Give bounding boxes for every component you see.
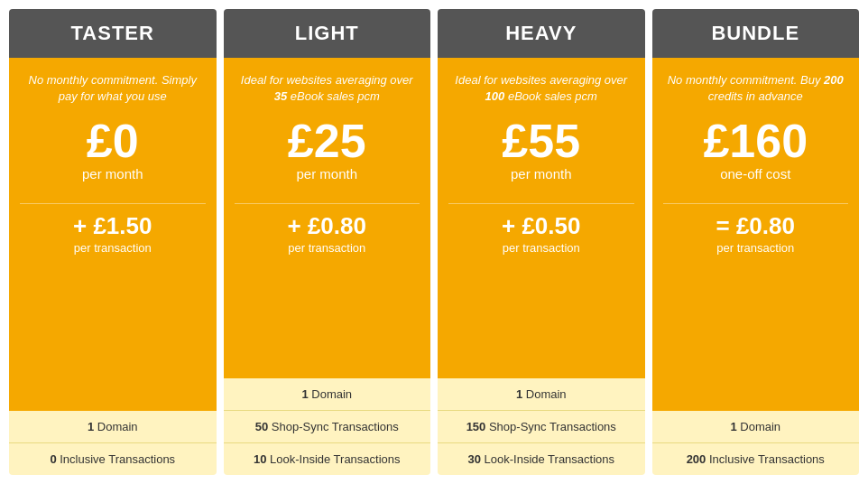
plan-bundle-divider	[663, 203, 849, 204]
plan-taster-header: TASTER	[9, 9, 217, 58]
plan-heavy-price: £55	[502, 117, 580, 164]
plan-bundle-transaction: = £0.80	[716, 213, 795, 239]
plan-light-price: £25	[288, 117, 366, 164]
plan-taster-divider	[20, 203, 206, 204]
plan-light-body: Ideal for websites averaging over 35 eBo…	[224, 58, 431, 378]
plan-bundle-feature-domain: 1 Domain	[652, 411, 860, 442]
plan-bundle-feature-transactions: 200 Inclusive Transactions	[652, 442, 860, 475]
plan-heavy-feature-domain: 1 Domain	[438, 378, 645, 410]
plan-light-tagline: Ideal for websites averaging over 35 eBo…	[235, 72, 420, 105]
plan-heavy-tagline: Ideal for websites averaging over 100 eB…	[448, 72, 634, 105]
plan-taster: TASTER No monthly commitment. Simply pay…	[9, 9, 217, 475]
plan-heavy-price-period: per month	[511, 166, 572, 182]
plan-light-feature-domain: 1 Domain	[224, 378, 431, 410]
plan-heavy-header: HEAVY	[438, 9, 645, 58]
plan-taster-features: 1 Domain 0 Inclusive Transactions	[9, 411, 217, 475]
plan-bundle-features: 1 Domain 200 Inclusive Transactions	[652, 411, 860, 475]
plan-taster-tagline: No monthly commitment. Simply pay for wh…	[20, 72, 206, 105]
plan-light-divider	[235, 203, 420, 204]
plan-light-price-period: per month	[296, 166, 357, 182]
plan-light-feature-lookinside: 10 Look-Inside Transactions	[224, 442, 431, 475]
plan-taster-price-period: per month	[82, 166, 143, 182]
plan-heavy-features: 1 Domain 150 Shop-Sync Transactions 30 L…	[438, 378, 645, 475]
plan-taster-transaction-period: per transaction	[74, 241, 152, 255]
plan-heavy-transaction-period: per transaction	[503, 241, 580, 255]
plan-bundle-body: No monthly commitment. Buy 200 credits i…	[652, 58, 860, 411]
plan-light: LIGHT Ideal for websites averaging over …	[224, 9, 431, 475]
plan-light-transaction: + £0.80	[288, 213, 366, 239]
plan-bundle-price-period: one-off cost	[720, 166, 790, 182]
plan-light-feature-shopsync: 50 Shop-Sync Transactions	[224, 410, 431, 442]
plan-heavy-transaction: + £0.50	[502, 213, 580, 239]
plan-heavy-body: Ideal for websites averaging over 100 eB…	[438, 58, 645, 378]
plan-bundle-tagline: No monthly commitment. Buy 200 credits i…	[663, 72, 849, 105]
plan-heavy-divider	[448, 203, 634, 204]
plan-bundle: BUNDLE No monthly commitment. Buy 200 cr…	[652, 9, 860, 475]
plan-light-transaction-period: per transaction	[288, 241, 365, 255]
plan-taster-feature-transactions: 0 Inclusive Transactions	[9, 442, 217, 475]
plan-taster-transaction: + £1.50	[73, 213, 152, 239]
plan-taster-feature-domain: 1 Domain	[9, 411, 217, 442]
plan-heavy: HEAVY Ideal for websites averaging over …	[438, 9, 645, 475]
pricing-grid: TASTER No monthly commitment. Simply pay…	[9, 9, 859, 475]
plan-taster-price: £0	[87, 117, 139, 164]
plan-taster-body: No monthly commitment. Simply pay for wh…	[9, 58, 217, 411]
plan-bundle-transaction-period: per transaction	[716, 241, 794, 255]
plan-bundle-price: £160	[703, 117, 808, 164]
plan-heavy-feature-shopsync: 150 Shop-Sync Transactions	[438, 410, 645, 442]
plan-light-features: 1 Domain 50 Shop-Sync Transactions 10 Lo…	[224, 378, 431, 475]
plan-heavy-feature-lookinside: 30 Look-Inside Transactions	[438, 442, 645, 475]
plan-light-header: LIGHT	[224, 9, 431, 58]
plan-bundle-header: BUNDLE	[652, 9, 860, 58]
